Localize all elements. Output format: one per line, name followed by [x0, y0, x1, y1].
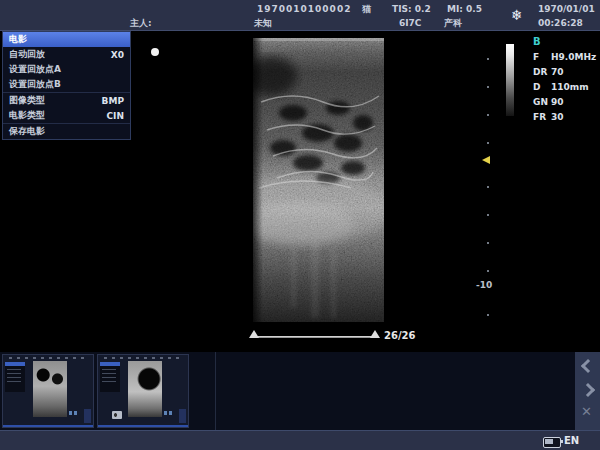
- exam-preset: 产科: [444, 17, 462, 30]
- date-label: 1970/01/01: [538, 4, 595, 14]
- thumb-mini-image: [33, 361, 67, 417]
- owner-label: 主人:: [130, 17, 152, 30]
- cine-context-menu: 电影 自动回放 X0 设置回放点A 设置回放点B 图像类型 BMP 电影类型 C…: [2, 31, 131, 140]
- freeze-snowflake-icon: ❄: [511, 7, 523, 23]
- depth-tick: [487, 86, 489, 88]
- param-frequency: F H9.0MHz: [533, 52, 593, 62]
- depth-tick: [487, 58, 489, 60]
- chevron-left-icon[interactable]: [581, 359, 595, 373]
- thumb-mini-infobox: [5, 362, 25, 392]
- param-gain: GN 90: [533, 97, 593, 107]
- patient-id: 1970010100002: [257, 4, 351, 14]
- imaging-mode-label: B: [533, 36, 541, 47]
- mi-value: MI: 0.5: [447, 4, 482, 14]
- top-status-bar: 1970010100002 猫 TIS: 0.2 MI: 0.5 ❄ 1970/…: [0, 0, 600, 31]
- focus-position-icon[interactable]: [482, 156, 490, 164]
- chevron-right-icon[interactable]: [581, 383, 595, 397]
- thumb-mini-navbox: [84, 409, 91, 423]
- param-depth: D 110mm: [533, 82, 593, 92]
- thumb-mini-marks: [164, 411, 174, 415]
- depth-tick: [487, 314, 489, 316]
- exam-timer: 00:26:28: [538, 18, 583, 28]
- thumb-mini-bottombar: [98, 425, 188, 427]
- thumb-mini-infobox: [100, 362, 120, 392]
- thumbnail-item-2[interactable]: [97, 354, 189, 428]
- owner-value: 未知: [254, 17, 272, 30]
- probe-model: 6I7C: [399, 18, 421, 28]
- menu-item-image-type[interactable]: 图像类型 BMP: [3, 93, 130, 108]
- thumbnail-nav-panel: ✕: [575, 352, 600, 430]
- tis-value: TIS: 0.2: [392, 4, 431, 14]
- depth-scale-label: -10: [476, 280, 492, 290]
- grayscale-map-bar: [506, 44, 514, 116]
- param-frame-rate: FR 30: [533, 112, 593, 122]
- depth-tick: [487, 186, 489, 188]
- thumb-mini-topbar: [104, 357, 184, 359]
- probe-orientation-marker: [151, 48, 159, 56]
- frame-counter: 26/26: [384, 330, 415, 341]
- cine-clip-badge-icon: [112, 411, 122, 419]
- ultrasound-b-mode-image: [253, 38, 384, 322]
- bottom-status-bar: EN: [0, 430, 600, 450]
- depth-tick: [487, 114, 489, 116]
- species-label: 猫: [362, 3, 371, 16]
- thumb-mini-marks: [69, 411, 79, 415]
- thumbnail-strip: [0, 352, 600, 430]
- thumb-mini-navbox: [179, 409, 186, 423]
- thumb-mini-bottombar: [3, 425, 93, 427]
- depth-tick: [487, 242, 489, 244]
- param-dynamic-range: DR 70: [533, 67, 593, 77]
- menu-item-save-cine[interactable]: 保存电影: [3, 124, 130, 139]
- cine-start-marker[interactable]: [249, 330, 259, 338]
- menu-item-auto-replay[interactable]: 自动回放 X0: [3, 47, 130, 62]
- language-indicator: EN: [564, 435, 579, 446]
- depth-tick: [487, 214, 489, 216]
- cine-progress-bar[interactable]: [256, 336, 378, 338]
- depth-tick: [487, 142, 489, 144]
- cine-position-marker[interactable]: [370, 330, 380, 338]
- close-x-icon[interactable]: ✕: [581, 404, 592, 419]
- battery-icon: [543, 437, 561, 448]
- thumbnail-cell-divider: [215, 352, 216, 430]
- thumbnail-item-1[interactable]: [2, 354, 94, 428]
- ultrasound-app-screen: 1970010100002 猫 TIS: 0.2 MI: 0.5 ❄ 1970/…: [0, 0, 600, 450]
- depth-tick: [487, 270, 489, 272]
- menu-item-set-replay-point-b[interactable]: 设置回放点B: [3, 77, 130, 93]
- thumb-mini-topbar: [9, 357, 89, 359]
- menu-item-set-replay-point-a[interactable]: 设置回放点A: [3, 62, 130, 77]
- menu-item-cine-type[interactable]: 电影类型 CIN: [3, 108, 130, 124]
- thumb-mini-image: [128, 361, 162, 417]
- menu-item-cine[interactable]: 电影: [3, 32, 130, 47]
